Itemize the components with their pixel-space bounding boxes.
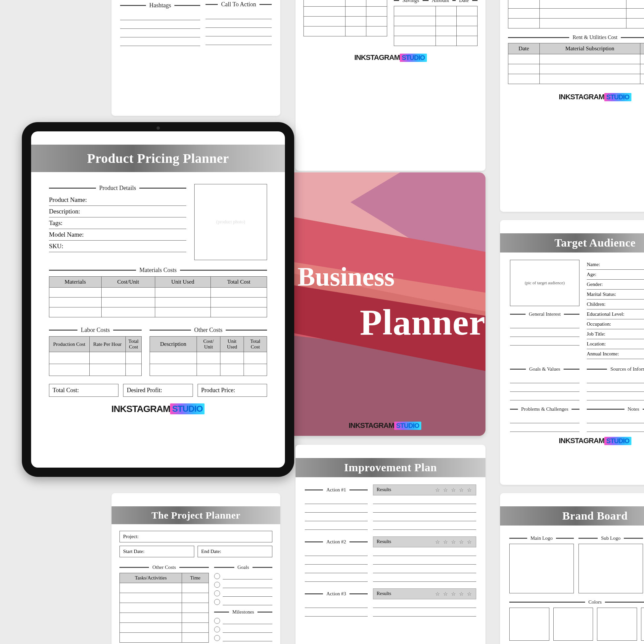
table-labor: Production CostRate Per HourTotalCost	[49, 336, 142, 376]
page-finance: Bills Amount Date Debts Amount Date Savi…	[296, 0, 485, 171]
section-other-costs: Other Costs	[119, 565, 209, 570]
audience-photo-box[interactable]: (pic of target audience)	[510, 260, 579, 306]
camera-icon	[157, 126, 160, 130]
marital-field[interactable]: Marital Status:	[587, 290, 644, 299]
color-swatch[interactable]	[553, 608, 593, 641]
section-other: Other Costs	[150, 327, 267, 334]
page-title: The Project Planner	[112, 506, 280, 524]
page-title: Brand Board	[500, 506, 644, 526]
page-title: Product Pricing Planner	[31, 145, 285, 172]
goal-checkbox[interactable]	[214, 582, 220, 588]
table-savings	[394, 6, 478, 46]
section-labor: Labor Costs	[49, 327, 142, 334]
table-tasks: Tasks/ActivitiesTime	[119, 573, 209, 643]
page-improvement: Improvement Plan Action #1 Results☆ ☆ ☆ …	[296, 445, 485, 644]
section-sources: Sources of Information	[587, 366, 644, 372]
model-field[interactable]: Model Name:	[49, 229, 186, 241]
page-target-audience: Target Audience (pic of target audience)…	[500, 220, 644, 485]
section-problems: Problems & Challenges	[510, 406, 579, 412]
page-title: Improvement Plan	[296, 458, 485, 477]
section-savings: Savings Amount Date	[394, 0, 478, 3]
table-bills	[303, 0, 387, 36]
edu-field[interactable]: Educational Level:	[587, 309, 644, 319]
product-price-box[interactable]: Product Price:	[198, 384, 267, 397]
ipad-frame: Product Pricing Planner Product Details …	[22, 122, 294, 477]
jobtitle-field[interactable]: Job Title:	[587, 329, 644, 339]
cover-title-2: Planner	[360, 301, 485, 344]
page-product-pricing: Product Pricing Planner Product Details …	[31, 131, 285, 418]
logo: INKSTAGRAMSTUDIO	[49, 403, 267, 414]
section-goals: Goals	[214, 565, 272, 570]
section-colors: Colors	[509, 599, 644, 605]
table-other: DescriptionCost/UnitUnitUsedTotalCost	[150, 336, 267, 376]
table-materials: MaterialsCost/UnitUnit UsedTotal Cost	[49, 276, 267, 317]
page-brand-board: Brand Board Main Logo Sub Logo Icon Colo…	[500, 493, 644, 644]
start-field[interactable]: Start Date:	[119, 546, 194, 557]
table-rent: DateMaterial SubscriptionQtyP	[508, 43, 644, 84]
milestone-checkbox[interactable]	[214, 635, 220, 641]
section-goals: Goals & Values	[510, 366, 579, 372]
location-field[interactable]: Location:	[587, 339, 644, 349]
product-photo-box[interactable]: (product photo)	[194, 184, 267, 260]
logo: INKSTAGRAMSTUDIO	[510, 437, 644, 445]
sku-field[interactable]: SKU:	[49, 241, 186, 252]
income-field[interactable]: Annual Income:	[587, 349, 644, 359]
main-logo-box[interactable]	[509, 544, 574, 593]
goal-checkbox[interactable]	[214, 590, 220, 596]
description-field[interactable]: Description:	[49, 206, 186, 217]
section-cta: Call To Action	[206, 1, 272, 8]
tags-field[interactable]: Tags:	[49, 217, 186, 229]
page-costs: Material Cost DateMaterial SubscriptionQ…	[500, 0, 644, 212]
page-title: Target Audience	[500, 233, 644, 253]
results-bar-1: Results☆ ☆ ☆ ☆ ☆	[373, 484, 476, 495]
color-swatch[interactable]	[641, 608, 644, 641]
name-field[interactable]: Name:	[587, 260, 644, 270]
section-action-3: Action #3	[305, 591, 368, 597]
section-rent: Rent & Utilities Cost	[508, 34, 644, 40]
table-subscription: DateDescription# of MonthsP	[508, 0, 644, 28]
milestone-checkbox[interactable]	[214, 618, 220, 624]
section-notes: Notes	[587, 406, 644, 412]
section-milestones: Milestones	[214, 609, 272, 615]
page-social-planner: Time: Post Caption Hashtags Schedule: Ye…	[112, 0, 280, 116]
desired-profit-box[interactable]: Desired Profit:	[123, 384, 193, 397]
occupation-field[interactable]: Occupation:	[587, 319, 644, 329]
sub-logo-box[interactable]	[578, 544, 643, 593]
color-swatch[interactable]	[509, 608, 549, 641]
section-sub-logo: Sub Logo	[578, 535, 643, 541]
star-icon[interactable]: ☆ ☆ ☆ ☆ ☆	[435, 487, 473, 493]
logo: INKSTAGRAMSTUDIO	[284, 421, 485, 430]
results-bar-3: Results☆ ☆ ☆ ☆ ☆	[373, 588, 476, 599]
star-icon[interactable]: ☆ ☆ ☆ ☆ ☆	[435, 591, 473, 597]
section-details: Product Details	[49, 185, 186, 192]
cover-title-1: Business	[298, 262, 394, 292]
section-action-2: Action #2	[305, 539, 368, 545]
project-field[interactable]: Project:	[119, 531, 272, 542]
page-cover: Business Planner INKSTAGRAMSTUDIO	[284, 172, 485, 436]
star-icon[interactable]: ☆ ☆ ☆ ☆ ☆	[435, 539, 473, 545]
section-action-1: Action #1	[305, 487, 368, 493]
page-project-planner: The Project Planner Project: Start Date:…	[112, 493, 280, 644]
gender-field[interactable]: Gender:	[587, 280, 644, 290]
goal-checkbox[interactable]	[214, 573, 220, 579]
product-name-field[interactable]: Product Name:	[49, 194, 186, 206]
section-general-interest: General Interest	[510, 311, 579, 317]
children-field[interactable]: Children:	[587, 299, 644, 309]
milestone-checkbox[interactable]	[214, 626, 220, 632]
total-cost-box[interactable]: Total Cost:	[49, 384, 118, 397]
logo: INKSTAGRAMSTUDIO	[303, 53, 478, 62]
goal-checkbox[interactable]	[214, 599, 220, 605]
color-swatch[interactable]	[597, 608, 637, 641]
age-field[interactable]: Age:	[587, 270, 644, 280]
logo: INKSTAGRAMSTUDIO	[508, 93, 644, 101]
audience-fields: Name: Age: Gender: Marital Status: Child…	[587, 260, 644, 359]
section-materials: Materials Costs	[49, 267, 267, 274]
end-field[interactable]: End Date:	[198, 546, 272, 557]
results-bar-2: Results☆ ☆ ☆ ☆ ☆	[373, 536, 476, 547]
section-hashtags: Hashtags	[120, 2, 200, 9]
section-main-logo: Main Logo	[509, 535, 574, 541]
